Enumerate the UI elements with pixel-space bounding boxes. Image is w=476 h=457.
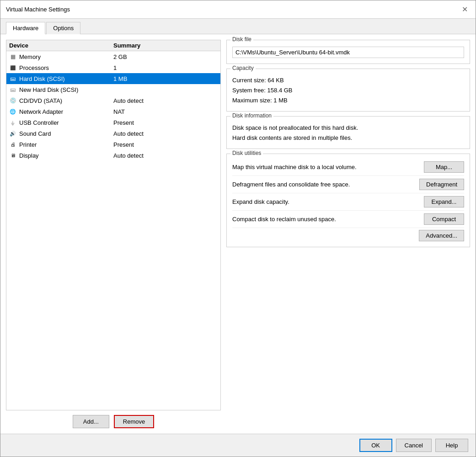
device-row-printer[interactable]: Printer Present xyxy=(6,139,220,150)
advanced-button[interactable]: Advanced... xyxy=(419,230,464,241)
device-row-new-hard-disk[interactable]: New Hard Disk (SCSI) xyxy=(6,84,220,95)
maximum-size-label: Maximum size: 1 MB xyxy=(232,96,464,106)
device-summary-usb: Present xyxy=(113,119,218,126)
col-device: Device xyxy=(9,42,113,49)
device-summary-sound: Auto detect xyxy=(113,130,218,137)
usb-icon xyxy=(9,119,16,126)
device-row-usb[interactable]: USB Controller Present xyxy=(6,117,220,128)
system-free-label: System free: 158.4 GB xyxy=(232,85,464,96)
utility-text-defragment: Defragment files and consolidate free sp… xyxy=(232,181,419,188)
device-row-memory[interactable]: Memory 2 GB xyxy=(6,51,220,62)
utility-text-map: Map this virtual machine disk to a local… xyxy=(232,164,424,170)
compact-button[interactable]: Compact xyxy=(424,213,464,225)
advanced-row: Advanced... xyxy=(232,230,464,241)
device-name-sound: Sound Card xyxy=(19,130,51,137)
title-bar: Virtual Machine Settings ✕ xyxy=(0,0,476,19)
cd-icon xyxy=(9,97,16,104)
device-name-display: Display xyxy=(19,152,39,159)
col-summary: Summary xyxy=(113,42,218,49)
tabs-bar: Hardware Options xyxy=(0,19,476,34)
utility-row-compact: Compact disk to reclaim unused space. Co… xyxy=(232,211,464,228)
disk-information-title: Disk information xyxy=(230,112,273,119)
content-area: Device Summary Memory 2 GB Processors xyxy=(0,34,476,434)
device-list: Device Summary Memory 2 GB Processors xyxy=(6,40,221,410)
device-summary-processors: 1 xyxy=(113,64,218,71)
tab-options[interactable]: Options xyxy=(46,22,80,34)
tab-hardware[interactable]: Hardware xyxy=(6,22,45,34)
virtual-machine-settings-window: Virtual Machine Settings ✕ Hardware Opti… xyxy=(0,0,476,457)
device-row-processors[interactable]: Processors 1 xyxy=(6,62,220,73)
device-summary-cddvd: Auto detect xyxy=(113,97,218,104)
utility-text-compact: Compact disk to reclaim unused space. xyxy=(232,216,424,223)
add-button[interactable]: Add... xyxy=(73,415,109,428)
device-row-cddvd[interactable]: CD/DVD (SATA) Auto detect xyxy=(6,95,220,106)
device-name-usb: USB Controller xyxy=(19,119,59,126)
device-name-new-hard-disk: New Hard Disk (SCSI) xyxy=(19,86,78,93)
capacity-title: Capacity xyxy=(230,65,256,71)
disk-utilities-title: Disk utilities xyxy=(230,150,263,156)
utility-text-expand: Expand disk capacity. xyxy=(232,198,424,205)
sound-icon xyxy=(9,130,16,137)
cpu-icon xyxy=(9,64,16,71)
device-summary-hard-disk: 1 MB xyxy=(113,75,218,82)
disk-info-line2: Hard disk contents are stored in multipl… xyxy=(232,133,464,143)
disk-file-title: Disk file xyxy=(230,36,253,43)
capacity-group: Capacity Current size: 64 KB System free… xyxy=(226,69,470,112)
disk-file-group: Disk file xyxy=(226,40,470,64)
device-summary-display: Auto detect xyxy=(113,152,218,159)
right-panel: Disk file Capacity Current size: 64 KB S… xyxy=(226,40,470,428)
utility-row-expand: Expand disk capacity. Expand... xyxy=(232,193,464,211)
current-size-label: Current size: 64 KB xyxy=(232,75,464,85)
disk-information-group: Disk information Disk space is not preal… xyxy=(226,116,470,149)
device-row-sound[interactable]: Sound Card Auto detect xyxy=(6,128,220,139)
device-row-hard-disk[interactable]: Hard Disk (SCSI) 1 MB xyxy=(6,73,220,84)
utility-row-map: Map this virtual machine disk to a local… xyxy=(232,159,464,176)
bottom-buttons: Add... Remove xyxy=(6,410,221,428)
disk-file-input[interactable] xyxy=(232,47,464,58)
device-name-processors: Processors xyxy=(19,64,49,71)
left-panel: Device Summary Memory 2 GB Processors xyxy=(6,40,221,428)
map-button[interactable]: Map... xyxy=(424,161,464,173)
hdd-new-icon xyxy=(9,86,16,93)
printer-icon xyxy=(9,141,16,148)
hdd-icon xyxy=(9,75,16,82)
window-title: Virtual Machine Settings xyxy=(6,6,70,13)
help-button[interactable]: Help xyxy=(435,439,468,452)
device-name-hard-disk: Hard Disk (SCSI) xyxy=(19,75,65,82)
disk-info-line1: Disk space is not preallocated for this … xyxy=(232,123,464,133)
device-summary-memory: 2 GB xyxy=(113,53,218,60)
close-button[interactable]: ✕ xyxy=(459,4,470,15)
device-name-cddvd: CD/DVD (SATA) xyxy=(19,97,62,104)
utility-row-defragment: Defragment files and consolidate free sp… xyxy=(232,176,464,193)
device-list-header: Device Summary xyxy=(6,40,220,51)
network-icon xyxy=(9,108,16,115)
defragment-button[interactable]: Defragment xyxy=(419,179,464,190)
display-icon xyxy=(9,152,16,159)
device-summary-network: NAT xyxy=(113,108,218,115)
ok-button[interactable]: OK xyxy=(359,439,392,452)
cancel-button[interactable]: Cancel xyxy=(396,439,432,452)
remove-button[interactable]: Remove xyxy=(114,415,154,428)
expand-button[interactable]: Expand... xyxy=(424,196,464,207)
device-row-display[interactable]: Display Auto detect xyxy=(6,150,220,161)
device-name-printer: Printer xyxy=(19,141,37,148)
memory-icon xyxy=(9,53,16,60)
disk-utilities-group: Disk utilities Map this virtual machine … xyxy=(226,154,470,247)
device-summary-printer: Present xyxy=(113,141,218,148)
device-name-memory: Memory xyxy=(19,53,41,60)
device-name-network: Network Adapter xyxy=(19,108,63,115)
device-row-network[interactable]: Network Adapter NAT xyxy=(6,106,220,117)
footer: OK Cancel Help xyxy=(0,434,476,457)
